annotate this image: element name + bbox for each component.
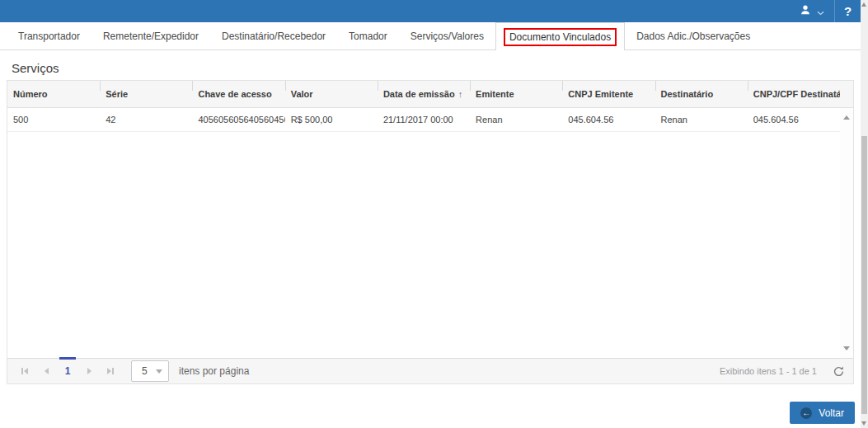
services-grid: Número Série Chave de acesso Valor Data … xyxy=(7,80,854,384)
refresh-icon xyxy=(833,365,845,378)
cell-destinatario: Renan xyxy=(655,115,748,125)
first-page-icon xyxy=(24,368,28,374)
tab-destinatario-recebedor[interactable]: Destinatário/Recebedor xyxy=(210,22,337,49)
grid-vertical-scrollbar[interactable] xyxy=(840,108,853,358)
cell-numero: 500 xyxy=(7,115,100,125)
grid-header-scrollbar-spacer xyxy=(840,81,853,107)
scroll-up-icon[interactable] xyxy=(843,115,850,120)
back-icon: ← xyxy=(800,407,812,419)
cell-valor: R$ 500,00 xyxy=(285,115,378,125)
tab-servicos-valores[interactable]: Serviços/Valores xyxy=(399,22,495,49)
prev-page-icon xyxy=(45,368,49,374)
user-menu-button[interactable] xyxy=(790,0,834,22)
refresh-button[interactable] xyxy=(830,363,847,379)
grid-body: 500 42 40560560564056045640650... R$ 500… xyxy=(7,108,853,358)
cell-emitente: Renan xyxy=(470,115,562,125)
column-header-chave-de-acesso[interactable]: Chave de acesso xyxy=(192,81,284,107)
grid-header-row: Número Série Chave de acesso Valor Data … xyxy=(7,81,853,108)
tab-dados-adic-observacoes[interactable]: Dados Adic./Observações xyxy=(625,22,762,49)
back-button[interactable]: ← Voltar xyxy=(790,402,855,424)
pager-page-1[interactable]: 1 xyxy=(57,361,78,381)
scroll-down-icon[interactable] xyxy=(843,346,850,350)
pager-prev-button[interactable] xyxy=(35,361,57,381)
pagination-bar: 1 5 itens por página Exibindo itens 1 - … xyxy=(7,358,853,383)
tab-documento-vinculados[interactable]: Documento Vinculados xyxy=(495,22,625,50)
pager-status: Exibindo itens 1 - 1 de 1 xyxy=(720,366,817,376)
column-header-cnpj-emitente[interactable]: CNPJ Emitente xyxy=(562,81,655,107)
chevron-down-icon xyxy=(156,369,162,374)
tabstrip: Transportador Remetente/Expedidor Destin… xyxy=(0,22,861,50)
sort-asc-icon: ↑ xyxy=(458,89,463,99)
table-row[interactable]: 500 42 40560560564056045640650... R$ 500… xyxy=(7,108,840,132)
column-header-destinatario[interactable]: Destinatário xyxy=(655,81,748,107)
scroll-down-icon[interactable] xyxy=(861,421,866,426)
cell-data-de-emissao: 21/11/2017 00:00 xyxy=(378,115,470,125)
tab-tomador[interactable]: Tomador xyxy=(337,22,399,49)
column-header-serie[interactable]: Série xyxy=(100,81,192,107)
column-header-emitente[interactable]: Emitente xyxy=(470,81,562,107)
highlight-annotation-box: Documento Vinculados xyxy=(504,28,617,46)
cell-cnpj-cpf-destinatario: 045.604.56 xyxy=(748,115,840,125)
user-icon xyxy=(800,4,811,19)
scrollbar-thumb[interactable] xyxy=(861,136,867,414)
tab-transportador[interactable]: Transportador xyxy=(7,22,91,49)
chevron-down-icon xyxy=(817,4,824,19)
column-header-data-de-emissao[interactable]: Data de emissão↑ xyxy=(378,81,470,107)
last-page-icon xyxy=(107,368,111,374)
section-title: Serviços xyxy=(12,61,59,75)
page-size-select[interactable]: 5 xyxy=(131,360,169,382)
top-navigation-bar: ? xyxy=(0,0,861,22)
tab-remetente-expedidor[interactable]: Remetente/Expedidor xyxy=(91,22,210,49)
help-icon: ? xyxy=(844,4,852,18)
cell-cnpj-emitente: 045.604.56 xyxy=(562,115,655,125)
column-header-numero[interactable]: Número xyxy=(7,81,100,107)
cell-serie: 42 xyxy=(100,115,192,125)
pager-first-button[interactable] xyxy=(14,361,35,381)
next-page-icon xyxy=(87,368,91,374)
column-header-cnpj-cpf-destinatario[interactable]: CNPJ/CPF Destinatário xyxy=(748,81,840,107)
page-vertical-scrollbar[interactable] xyxy=(861,0,868,428)
scroll-up-icon[interactable] xyxy=(861,2,866,7)
items-per-page-label: itens por página xyxy=(179,365,249,377)
pager-last-button[interactable] xyxy=(100,361,121,381)
cell-chave-de-acesso: 40560560564056045640650... xyxy=(192,115,284,125)
help-button[interactable]: ? xyxy=(834,0,861,22)
column-header-valor[interactable]: Valor xyxy=(285,81,378,107)
pager-next-button[interactable] xyxy=(78,361,100,381)
screen: ? Transportador Remetente/Expedidor Dest… xyxy=(0,0,868,428)
